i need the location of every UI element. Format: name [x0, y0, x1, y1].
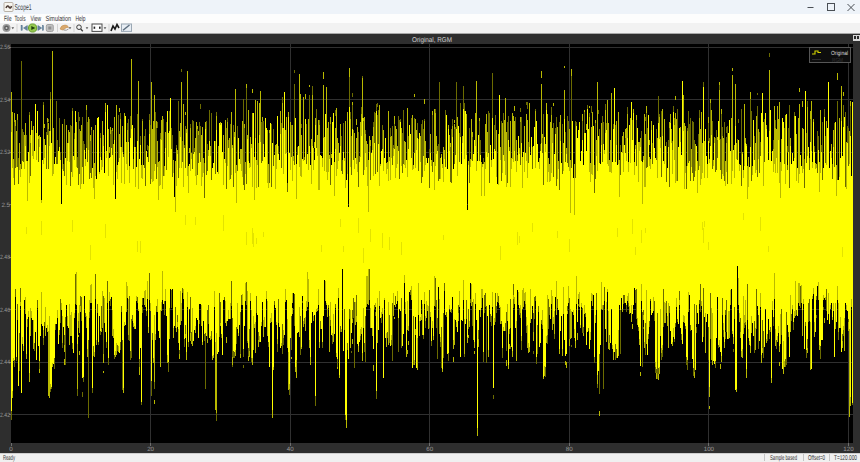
svg-text:20: 20 — [147, 446, 154, 453]
svg-text:Original: Original — [831, 50, 848, 57]
svg-text:Offset=0: Offset=0 — [808, 454, 825, 462]
svg-text:T=120.000: T=120.000 — [834, 455, 857, 462]
svg-text:Sample based: Sample based — [770, 454, 797, 462]
svg-text:2.52: 2.52 — [0, 149, 10, 156]
svg-text:0: 0 — [9, 446, 13, 453]
svg-text:40: 40 — [287, 446, 294, 453]
svg-text:File: File — [4, 14, 12, 23]
svg-text:100: 100 — [704, 446, 715, 453]
svg-text:80: 80 — [566, 446, 573, 453]
svg-text:60: 60 — [426, 446, 433, 453]
svg-text:View: View — [31, 14, 42, 23]
svg-text:RGM: RGM — [832, 57, 843, 64]
svg-text:Scope1: Scope1 — [15, 2, 32, 12]
svg-text:2.56: 2.56 — [0, 44, 10, 51]
svg-text:2.48: 2.48 — [0, 254, 10, 261]
svg-text:Simulation: Simulation — [46, 14, 72, 23]
svg-text:2.46: 2.46 — [0, 307, 10, 314]
svg-text:Help: Help — [76, 14, 86, 23]
svg-text:2.5: 2.5 — [1, 202, 10, 209]
svg-text:2.54: 2.54 — [0, 97, 10, 104]
svg-text:Original, RGM: Original, RGM — [412, 36, 452, 44]
svg-text:2.44: 2.44 — [0, 359, 10, 366]
svg-text:Ready: Ready — [3, 454, 15, 462]
svg-text:2.42: 2.42 — [0, 412, 10, 419]
svg-text:Tools: Tools — [15, 14, 26, 23]
svg-text:120: 120 — [843, 446, 854, 453]
